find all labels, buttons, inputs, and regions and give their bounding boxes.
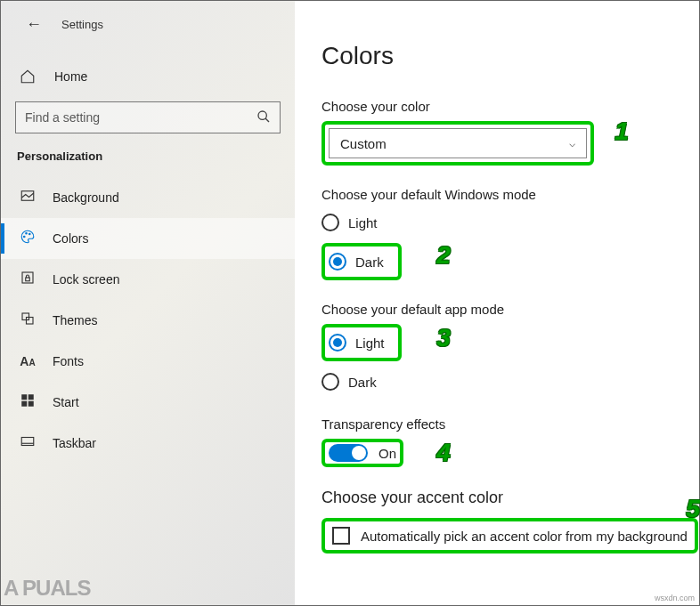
- palette-icon: [19, 229, 37, 248]
- svg-point-4: [26, 233, 28, 235]
- svg-rect-11: [28, 394, 34, 400]
- svg-line-1: [265, 118, 269, 122]
- radio-label: Dark: [348, 375, 377, 390]
- settings-window: ← Settings Home Find a setting Personali…: [0, 0, 700, 606]
- transparency-toggle-row[interactable]: On: [329, 444, 396, 462]
- sidebar-item-colors[interactable]: Colors: [1, 218, 295, 259]
- svg-point-3: [24, 236, 26, 238]
- radio-label: Light: [348, 215, 378, 230]
- annotation-2: 2: [428, 238, 459, 272]
- page-title: Colors: [322, 42, 699, 70]
- transparency-group: Transparency effects On 4: [322, 416, 699, 467]
- sidebar-item-label: Colors: [53, 231, 88, 246]
- toggle-label: On: [378, 446, 396, 461]
- svg-rect-8: [22, 313, 29, 320]
- sidebar-item-themes[interactable]: Themes: [1, 300, 295, 341]
- section-header: Personalization: [1, 149, 295, 172]
- annotation-1: 1: [606, 115, 637, 149]
- radio-icon: [322, 214, 339, 231]
- radio-checked-icon: [329, 253, 346, 271]
- windows-mode-light-row[interactable]: Light: [322, 209, 699, 236]
- search-icon: [256, 109, 271, 126]
- main-panel: Colors Choose your color Custom ⌵ 1 Choo…: [295, 1, 699, 605]
- app-mode-label: Choose your default app mode: [322, 302, 699, 317]
- nav-list: Background Colors Lock screen Themes: [1, 177, 295, 464]
- home-icon: [19, 68, 37, 85]
- app-mode-dark-row[interactable]: Dark: [322, 368, 699, 395]
- taskbar-icon: [19, 433, 37, 453]
- watermark-appuals: A PUALS: [4, 576, 90, 601]
- choose-color-label: Choose your color: [322, 99, 699, 114]
- sidebar-item-taskbar[interactable]: Taskbar: [1, 423, 295, 464]
- search-placeholder: Find a setting: [25, 110, 100, 125]
- svg-rect-12: [21, 401, 27, 407]
- window-title: Settings: [61, 18, 103, 31]
- checkbox-icon: [332, 527, 350, 545]
- sidebar-item-fonts[interactable]: AA Fonts: [1, 341, 295, 382]
- annotation-4: 4: [428, 436, 459, 470]
- transparency-label: Transparency effects: [322, 416, 699, 432]
- dropdown-value: Custom: [340, 136, 387, 151]
- radio-checked-icon: [329, 334, 346, 351]
- choose-color-dropdown[interactable]: Custom ⌵: [329, 128, 587, 158]
- accent-header: Choose your accent color: [322, 489, 699, 507]
- radio-label: Light: [355, 335, 385, 351]
- app-mode-group: Choose your default app mode Light 3 Dar…: [322, 302, 699, 395]
- home-nav[interactable]: Home: [1, 59, 295, 94]
- lock-screen-icon: [19, 270, 37, 289]
- windows-mode-dark-row[interactable]: Dark: [329, 248, 384, 275]
- sidebar-item-lockscreen[interactable]: Lock screen: [1, 259, 295, 300]
- fonts-icon: AA: [19, 354, 37, 368]
- start-icon: [19, 392, 37, 412]
- back-arrow-icon[interactable]: ←: [26, 15, 42, 34]
- themes-icon: [19, 311, 37, 330]
- sidebar-item-label: Background: [53, 190, 119, 205]
- svg-point-5: [29, 233, 31, 235]
- accent-auto-row[interactable]: Automatically pick an accent color from …: [332, 527, 688, 545]
- choose-color-group: Choose your color Custom ⌵ 1: [322, 99, 699, 166]
- svg-rect-10: [21, 394, 27, 400]
- svg-rect-14: [21, 438, 34, 446]
- windows-mode-label: Choose your default Windows mode: [322, 187, 699, 202]
- image-icon: [19, 188, 37, 207]
- watermark-wsxdn: wsxdn.com: [655, 594, 695, 602]
- sidebar-item-background[interactable]: Background: [1, 177, 295, 218]
- chevron-down-icon: ⌵: [569, 137, 575, 149]
- sidebar-item-label: Fonts: [53, 354, 84, 368]
- accent-color-group: Choose your accent color Automatically p…: [322, 489, 699, 553]
- sidebar-item-start[interactable]: Start: [1, 382, 295, 423]
- toggle-on-icon: [329, 444, 368, 462]
- svg-rect-9: [27, 318, 34, 325]
- svg-rect-13: [28, 401, 34, 407]
- annotation-3: 3: [428, 321, 459, 355]
- home-label: Home: [54, 69, 87, 84]
- sidebar: ← Settings Home Find a setting Personali…: [1, 1, 295, 605]
- search-input[interactable]: Find a setting: [15, 101, 281, 133]
- sidebar-item-label: Taskbar: [53, 436, 96, 450]
- sidebar-item-label: Themes: [53, 313, 98, 327]
- svg-rect-7: [26, 278, 30, 281]
- radio-label: Dark: [355, 255, 384, 270]
- svg-point-0: [258, 111, 266, 119]
- app-mode-light-row[interactable]: Light: [329, 329, 385, 356]
- radio-icon: [322, 373, 339, 391]
- windows-mode-group: Choose your default Windows mode Light D…: [322, 187, 699, 280]
- titlebar: ← Settings: [1, 12, 295, 43]
- annotation-5: 5: [678, 492, 700, 526]
- sidebar-item-label: Start: [53, 395, 79, 409]
- checkbox-label: Automatically pick an accent color from …: [361, 529, 688, 544]
- sidebar-item-label: Lock screen: [53, 272, 119, 287]
